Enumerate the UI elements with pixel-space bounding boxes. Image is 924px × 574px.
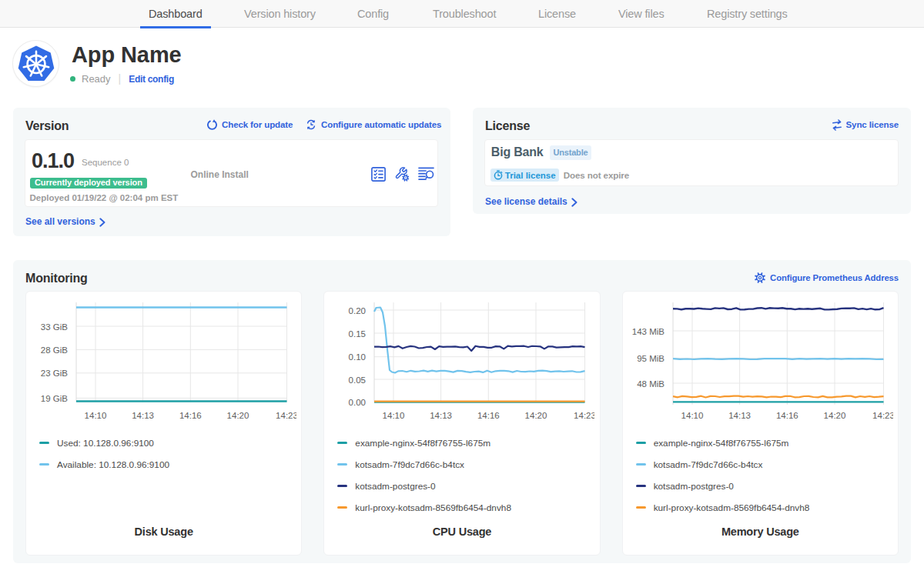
svg-text:33 GiB: 33 GiB — [41, 322, 68, 332]
svg-text:23 GiB: 23 GiB — [41, 369, 68, 378]
svg-text:95 MiB: 95 MiB — [637, 354, 665, 363]
svg-text:14:23: 14:23 — [276, 411, 296, 420]
svg-text:0.15: 0.15 — [349, 329, 366, 339]
svg-text:14:16: 14:16 — [477, 411, 500, 420]
svg-text:14:13: 14:13 — [728, 411, 751, 420]
svg-text:14:20: 14:20 — [525, 411, 547, 420]
svg-text:143 MiB: 143 MiB — [631, 327, 665, 336]
svg-text:14:23: 14:23 — [574, 411, 594, 420]
svg-text:0.05: 0.05 — [349, 375, 366, 385]
svg-text:14:16: 14:16 — [776, 411, 798, 420]
svg-text:0.20: 0.20 — [349, 306, 366, 315]
svg-text:0.10: 0.10 — [349, 352, 366, 362]
svg-text:14:13: 14:13 — [132, 411, 154, 420]
svg-text:19 GiB: 19 GiB — [41, 394, 68, 403]
svg-text:14:10: 14:10 — [681, 411, 703, 420]
svg-text:14:16: 14:16 — [179, 411, 202, 420]
svg-text:14:10: 14:10 — [85, 411, 107, 420]
svg-text:14:10: 14:10 — [383, 411, 405, 420]
svg-text:28 GiB: 28 GiB — [41, 345, 68, 355]
svg-text:48 MiB: 48 MiB — [637, 379, 665, 389]
svg-text:14:20: 14:20 — [227, 411, 249, 420]
svg-text:14:13: 14:13 — [430, 411, 453, 420]
svg-text:14:20: 14:20 — [823, 411, 845, 420]
svg-text:0.00: 0.00 — [349, 398, 366, 407]
svg-text:14:23: 14:23 — [872, 411, 893, 420]
